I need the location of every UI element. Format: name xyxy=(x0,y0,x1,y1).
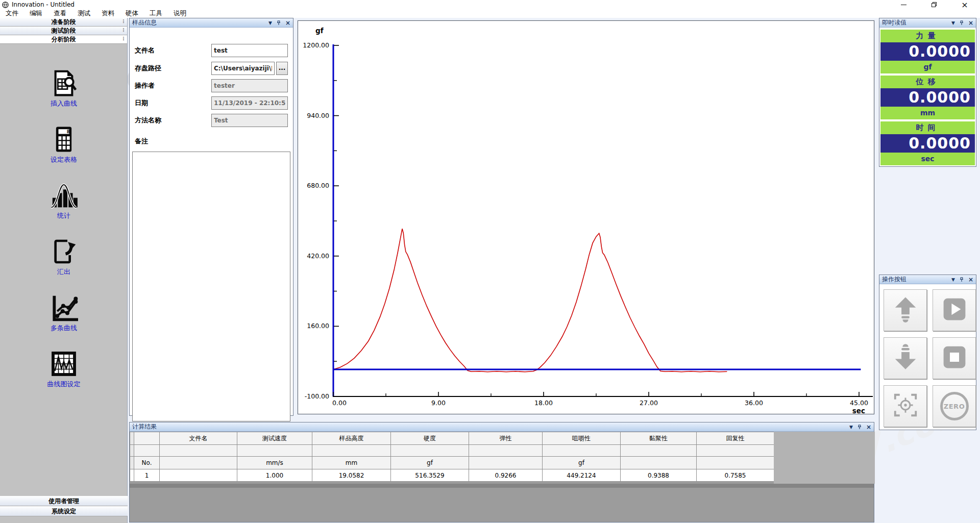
panel-title: 即时读值 xyxy=(882,18,906,27)
col-header-resilience[interactable]: 回复性 xyxy=(697,432,774,445)
col-header[interactable] xyxy=(134,432,160,445)
minimize-button[interactable] xyxy=(888,0,919,9)
notes-field[interactable] xyxy=(132,152,290,421)
save-path-field[interactable] xyxy=(211,62,275,75)
stage-label: 准备阶段 xyxy=(52,18,76,27)
operation-buttons-header: 操作按钮 ▼ × xyxy=(879,275,976,284)
results-filler xyxy=(774,432,875,484)
time-value: 0.0000 xyxy=(880,134,975,153)
panel-close-icon[interactable]: × xyxy=(866,425,871,430)
grip-icon: ⋮ xyxy=(121,27,125,33)
y-tick-label: 680.00 xyxy=(307,182,329,189)
time-readout: 时间 0.0000 sec xyxy=(880,121,975,165)
realtime-readings-header: 即时读值 ▼ × xyxy=(879,18,976,28)
displacement-unit: mm xyxy=(880,107,975,119)
stage-label: 分析阶段 xyxy=(52,35,76,44)
col-header-springiness[interactable]: 弹性 xyxy=(469,432,543,445)
filename-cell[interactable]: 软糖_2 xyxy=(160,469,237,482)
unit-cell xyxy=(160,457,237,469)
unit-cell: mm xyxy=(312,457,391,469)
close-button[interactable]: × xyxy=(949,0,980,9)
force-curve-line xyxy=(333,229,727,372)
col-header-cohesiveness[interactable]: 黏聚性 xyxy=(621,432,697,445)
menu-help[interactable]: 说明 xyxy=(168,9,192,18)
grip-icon: ⋮ xyxy=(121,18,125,24)
panel-menu-icon[interactable]: ▼ xyxy=(849,425,853,430)
operation-buttons-panel: 操作按钮 ▼ × xyxy=(879,275,976,430)
panel-title: 操作按钮 xyxy=(882,275,906,284)
col-header-chewiness[interactable]: 咀嚼性 xyxy=(543,432,621,445)
menu-tools[interactable]: 工具 xyxy=(144,9,168,18)
operator-label: 操作者 xyxy=(135,81,155,90)
col-header-filename[interactable]: 文件名 xyxy=(160,432,237,445)
browse-button[interactable]: ... xyxy=(276,62,288,75)
tool-multi-curve[interactable]: 多条曲线 xyxy=(0,293,128,333)
test-speed-cell[interactable]: 1.000 xyxy=(237,469,312,482)
filename-field[interactable] xyxy=(211,44,288,57)
menu-hardware[interactable]: 硬体 xyxy=(120,9,144,18)
force-label: 力量 xyxy=(880,30,975,42)
panel-close-icon[interactable]: × xyxy=(968,20,973,26)
target-icon xyxy=(892,391,919,421)
results-panel: 计算结果 ▼ × 文件名 xyxy=(129,422,874,522)
date-label: 日期 xyxy=(135,98,148,108)
stop-button[interactable] xyxy=(933,337,976,379)
col-header-sample-height[interactable]: 样品高度 xyxy=(312,432,391,445)
menu-view[interactable]: 查看 xyxy=(48,9,72,18)
menu-edit[interactable]: 编辑 xyxy=(24,9,48,18)
menu-data[interactable]: 资料 xyxy=(96,9,120,18)
stage-label: 系统设定 xyxy=(52,507,76,516)
menu-test[interactable]: 测试 xyxy=(72,9,96,18)
pin-icon[interactable] xyxy=(857,425,862,430)
pin-icon[interactable] xyxy=(959,277,964,282)
no-header: No. xyxy=(134,457,160,469)
cohesiveness-cell[interactable]: 0.9388 xyxy=(621,469,697,482)
panel-menu-icon[interactable]: ▼ xyxy=(951,277,955,282)
col-header-test-speed[interactable]: 测试速度 xyxy=(237,432,312,445)
displacement-label: 位移 xyxy=(880,76,975,88)
tool-set-table[interactable]: 8 设定表格 xyxy=(0,125,128,164)
chewiness-cell[interactable]: 449.2124 xyxy=(543,469,621,482)
panel-menu-icon[interactable]: ▼ xyxy=(951,20,955,26)
springiness-cell[interactable]: 0.9266 xyxy=(469,469,543,482)
col-header-hardness[interactable]: 硬度 xyxy=(391,432,469,445)
pin-icon[interactable] xyxy=(276,20,281,26)
sidebar-item-system-settings[interactable]: 系统设定 xyxy=(0,506,128,516)
sample-height-cell[interactable]: 19.0582 xyxy=(312,469,391,482)
jog-down-button[interactable] xyxy=(884,337,927,379)
resilience-cell[interactable]: 0.7585 xyxy=(697,469,774,482)
sidebar-item-prepare-stage[interactable]: 准备阶段 ⋮ xyxy=(0,18,127,27)
tool-statistics[interactable]: 统计 xyxy=(0,181,128,220)
filename-label: 文件名 xyxy=(135,46,155,55)
tool-export[interactable]: 汇出 xyxy=(0,237,128,277)
row-number-cell[interactable]: 1 xyxy=(134,469,160,482)
jog-up-button[interactable] xyxy=(884,289,927,331)
tool-insert-curve[interactable]: 插入曲线 xyxy=(0,69,128,108)
run-button[interactable] xyxy=(933,289,976,331)
tool-label: 多条曲线 xyxy=(0,323,128,333)
hardness-cell[interactable]: 516.3529 xyxy=(391,469,469,482)
x-tick-label: 18.00 xyxy=(534,399,553,407)
zero-button[interactable]: ZERO xyxy=(933,385,976,427)
pin-icon[interactable] xyxy=(959,20,964,26)
date-field xyxy=(211,96,288,110)
method-name-field xyxy=(211,114,288,127)
sidebar-item-analysis-stage[interactable]: 分析阶段 ⋮ xyxy=(0,35,127,44)
panel-close-icon[interactable]: × xyxy=(968,277,973,282)
tool-curve-settings[interactable]: 曲线图设定 xyxy=(0,350,128,389)
panel-close-icon[interactable]: × xyxy=(285,20,290,26)
restore-button[interactable] xyxy=(919,0,949,9)
panel-menu-icon[interactable]: ▼ xyxy=(268,20,272,26)
app-window: chem17.com chem17.com Innovation - Untit… xyxy=(0,0,980,523)
sidebar-item-test-stage[interactable]: 测试阶段 ⋮ xyxy=(0,27,127,35)
y-tick-label: 940.00 xyxy=(307,112,329,119)
menu-bar: 文件 编辑 查看 测试 资料 硬体 工具 说明 xyxy=(0,9,980,18)
target-button[interactable] xyxy=(884,385,927,427)
sidebar-item-user-management[interactable]: 使用者管理 xyxy=(0,496,128,506)
x-tick-label: 45.00 xyxy=(850,399,868,407)
title-bar: Innovation - Untitled × xyxy=(0,0,980,9)
unit-cell xyxy=(621,457,697,469)
y-tick-label: -100.00 xyxy=(305,392,329,400)
insert-curve-icon xyxy=(0,69,128,97)
menu-file[interactable]: 文件 xyxy=(0,9,24,18)
